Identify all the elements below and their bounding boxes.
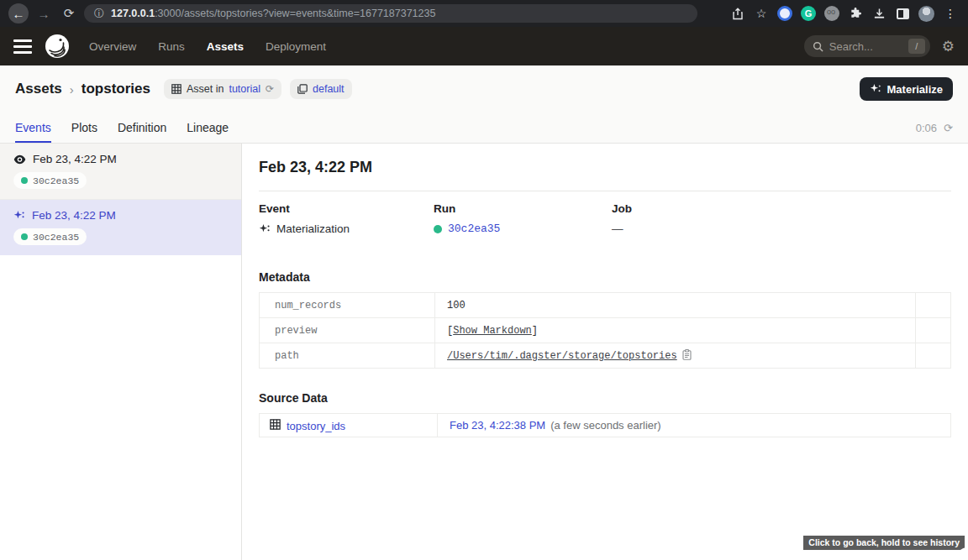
browser-menu-icon[interactable]: ⋮	[943, 6, 958, 21]
metadata-value: 100	[435, 293, 916, 318]
nav-link-overview[interactable]: Overview	[89, 40, 136, 53]
source-data-table: topstory_ids Feb 23, 4:22:38 PM(a few se…	[259, 413, 951, 437]
materialization-sparkle-icon	[13, 210, 25, 222]
search-shortcut-badge: /	[908, 39, 925, 54]
breadcrumb-separator: ›	[70, 82, 74, 97]
metadata-value: [Show Markdown]	[435, 318, 916, 343]
materialization-sparkle-icon	[259, 223, 271, 235]
event-column-label: Event	[259, 202, 434, 215]
table-grid-icon	[270, 419, 281, 430]
run-id: 30c2ea35	[33, 175, 79, 186]
layers-icon	[297, 84, 308, 94]
event-type-value: Materialization	[276, 222, 350, 235]
nav-link-deployment[interactable]: Deployment	[266, 40, 326, 53]
browser-forward-icon[interactable]: →	[34, 3, 54, 24]
event-run-tag[interactable]: 30c2ea35	[13, 228, 87, 245]
download-icon[interactable]	[871, 6, 886, 21]
asset-header: Assets › topstories Asset in tutorial ⟳ …	[0, 65, 968, 113]
event-list-item-materialization[interactable]: Feb 23, 4:22 PM 30c2ea35	[0, 200, 241, 255]
app-navbar: Overview Runs Assets Deployment Search..…	[0, 27, 968, 65]
run-status-dot	[21, 233, 28, 240]
grammarly-icon[interactable]: G	[801, 6, 816, 21]
metadata-value: /Users/tim/.dagster/storage/topstories	[435, 343, 916, 369]
repo-badge[interactable]: Asset in tutorial ⟳	[164, 79, 281, 99]
tab-plots[interactable]: Plots	[71, 113, 97, 143]
dagster-logo[interactable]	[44, 33, 71, 60]
path-link[interactable]: /Users/tim/.dagster/storage/topstories	[447, 350, 677, 362]
eye-observation-icon	[13, 154, 26, 165]
metadata-key: path	[260, 343, 435, 369]
run-column-label: Run	[434, 202, 612, 215]
run-status-dot	[21, 177, 28, 184]
url-text: 127.0.0.1:3000/assets/topstories?view=ev…	[111, 8, 435, 19]
search-input[interactable]: Search... /	[804, 35, 930, 57]
site-info-icon[interactable]: ⓘ	[94, 7, 104, 21]
browser-back-tooltip: Click to go back, hold to see history	[802, 535, 965, 551]
search-icon	[813, 41, 823, 52]
metadata-table: num_records 100 preview [Show Markdown] …	[259, 292, 951, 369]
address-bar[interactable]: ⓘ 127.0.0.1:3000/assets/topstories?view=…	[84, 4, 697, 23]
tab-events[interactable]: Events	[15, 113, 51, 143]
copy-clipboard-icon[interactable]	[682, 349, 692, 360]
group-badge[interactable]: default	[290, 79, 352, 99]
browser-back-icon[interactable]: ←	[8, 3, 29, 24]
asset-tabs: Events Plots Definition Lineage 0:06 ⟳	[0, 113, 968, 144]
metadata-key: preview	[260, 318, 435, 343]
source-time-cell: Feb 23, 4:22:38 PM(a few seconds earlier…	[438, 414, 951, 437]
run-id-link[interactable]: 30c2ea35	[448, 222, 500, 235]
extension-blue-icon[interactable]	[777, 6, 792, 21]
job-value: —	[612, 222, 623, 235]
run-status-dot	[434, 225, 442, 233]
url-path: :3000/assets/topstories?view=events&time…	[155, 8, 435, 19]
event-timestamp: Feb 23, 4:22 PM	[32, 209, 116, 222]
breadcrumb: Assets › topstories	[15, 81, 150, 97]
bookmark-star-icon[interactable]: ☆	[754, 6, 769, 21]
goggles-extension-icon[interactable]	[824, 6, 839, 21]
source-time-note: (a few seconds earlier)	[550, 419, 661, 432]
table-row: topstory_ids Feb 23, 4:22:38 PM(a few se…	[260, 414, 951, 437]
event-timestamp: Feb 23, 4:22 PM	[33, 153, 117, 165]
puzzle-extensions-icon[interactable]	[848, 6, 863, 21]
share-icon[interactable]	[730, 6, 745, 21]
side-panel-icon[interactable]	[895, 6, 910, 21]
sparkle-icon	[870, 83, 881, 95]
browser-toolbar: ← → ⟳ ⓘ 127.0.0.1:3000/assets/topstories…	[0, 0, 968, 27]
metadata-heading: Metadata	[259, 270, 951, 284]
event-list-item-observation[interactable]: Feb 23, 4:22 PM 30c2ea35	[0, 144, 241, 200]
source-time-link[interactable]: Feb 23, 4:22:38 PM	[450, 419, 545, 432]
table-row: preview [Show Markdown]	[260, 318, 951, 343]
table-row: path /Users/tim/.dagster/storage/topstor…	[260, 343, 951, 369]
metadata-key: num_records	[260, 293, 435, 318]
hamburger-menu-icon[interactable]	[13, 39, 32, 54]
table-row: num_records 100	[260, 293, 951, 318]
group-badge-link[interactable]: default	[313, 83, 345, 95]
table-grid-icon	[171, 84, 182, 94]
event-detail-panel: Feb 23, 4:22 PM Event Materialization Ru…	[242, 144, 968, 560]
nav-link-runs[interactable]: Runs	[158, 40, 185, 53]
source-asset-cell: topstory_ids	[260, 414, 438, 437]
refresh-icon[interactable]: ⟳	[944, 122, 953, 134]
source-data-heading: Source Data	[259, 391, 951, 405]
tab-definition[interactable]: Definition	[118, 113, 166, 143]
nav-link-assets[interactable]: Assets	[207, 40, 244, 53]
profile-avatar[interactable]	[918, 6, 934, 22]
settings-gear-icon[interactable]: ⚙	[942, 38, 955, 55]
refresh-timer: 0:06	[916, 122, 937, 134]
repo-badge-link[interactable]: tutorial	[229, 83, 260, 95]
breadcrumb-assets[interactable]: Assets	[15, 81, 62, 97]
materialize-button[interactable]: Materialize	[860, 77, 953, 101]
job-column-label: Job	[612, 202, 632, 215]
url-host: 127.0.0.1	[111, 8, 155, 19]
source-asset-link[interactable]: topstory_ids	[287, 420, 345, 432]
repo-badge-text: Asset in	[187, 83, 224, 95]
breadcrumb-asset-name: topstories	[82, 81, 150, 97]
browser-reload-icon[interactable]: ⟳	[59, 3, 79, 24]
bracket: ]	[532, 325, 538, 337]
repo-refresh-icon[interactable]: ⟳	[266, 83, 274, 95]
nav-links: Overview Runs Assets Deployment	[89, 40, 326, 53]
search-placeholder: Search...	[829, 40, 902, 53]
show-markdown-link[interactable]: Show Markdown	[453, 325, 532, 337]
browser-actions: ☆ G ⋮	[730, 6, 960, 22]
event-run-tag[interactable]: 30c2ea35	[13, 172, 87, 189]
tab-lineage[interactable]: Lineage	[187, 113, 229, 143]
